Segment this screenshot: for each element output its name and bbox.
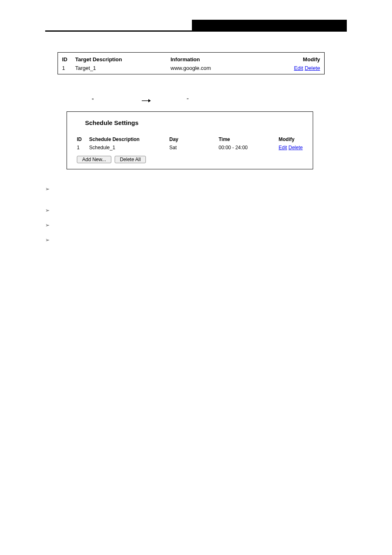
cell-desc: Schedule_1 <box>89 145 169 150</box>
table-row: 1 Target_1 www.google.com Edit Delete <box>61 64 321 72</box>
list-item <box>45 237 347 243</box>
edit-link[interactable]: Edit <box>279 145 287 150</box>
cell-time: 00:00 - 24:00 <box>219 145 279 150</box>
target-table: ID Target Description Information Modify… <box>58 52 325 74</box>
header-black-bar <box>192 20 347 30</box>
cell-modify: Edit Delete <box>286 65 320 71</box>
col-target-description: Target Description <box>75 56 171 62</box>
col-id: ID <box>62 56 75 62</box>
col-id: ID <box>77 136 89 142</box>
edit-link[interactable]: Edit <box>294 65 303 71</box>
arrow-right-icon <box>142 99 151 103</box>
close-quote: ” <box>187 97 188 103</box>
target-table-header: ID Target Description Information Modify <box>61 55 321 64</box>
col-time: Time <box>219 136 279 142</box>
open-quote: “ <box>92 97 94 103</box>
cell-day: Sat <box>169 145 219 150</box>
panel-title: Schedule Settings <box>85 119 306 126</box>
col-information: Information <box>171 56 286 62</box>
delete-link[interactable]: Delete <box>304 65 320 71</box>
list-item <box>45 222 347 228</box>
breadcrumb-quote: “ ” <box>58 97 347 103</box>
cell-target: Target_1 <box>75 65 171 71</box>
cell-modify: Edit Delete <box>279 145 306 150</box>
list-item <box>45 186 347 192</box>
cell-id: 1 <box>77 145 89 150</box>
col-day: Day <box>169 136 219 142</box>
schedule-table-header: ID Schedule Description Day Time Modify <box>77 135 306 143</box>
col-schedule-description: Schedule Description <box>89 136 169 142</box>
header-rule <box>45 30 347 32</box>
table-row: 1 Schedule_1 Sat 00:00 - 24:00 Edit Dele… <box>77 143 306 152</box>
add-new-button[interactable]: Add New... <box>77 156 111 163</box>
button-row: Add New... Delete All <box>77 156 306 163</box>
schedule-settings-panel: Schedule Settings ID Schedule Descriptio… <box>67 111 313 169</box>
bullet-list <box>45 186 347 243</box>
col-modify: Modify <box>286 56 320 62</box>
list-item <box>45 207 347 213</box>
col-modify: Modify <box>279 136 306 142</box>
delete-link[interactable]: Delete <box>288 145 303 150</box>
cell-info: www.google.com <box>171 65 286 71</box>
delete-all-button[interactable]: Delete All <box>115 156 146 163</box>
cell-id: 1 <box>62 65 75 71</box>
svg-marker-1 <box>148 99 151 102</box>
